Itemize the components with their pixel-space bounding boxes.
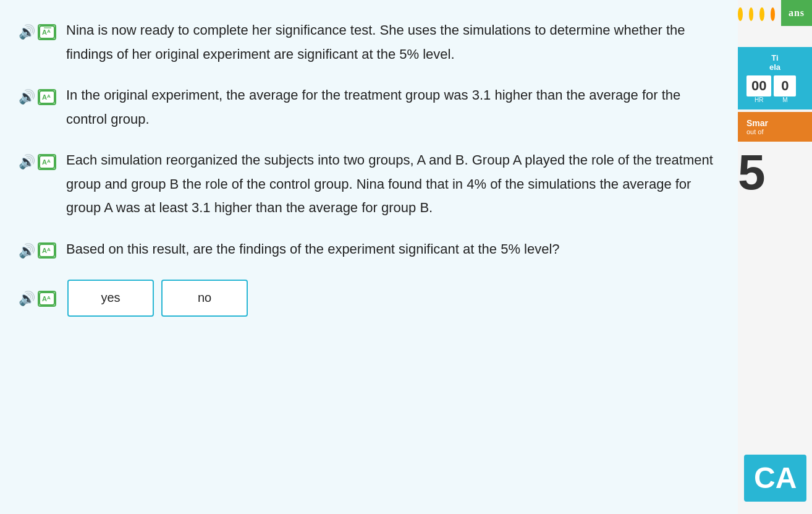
timer-hours: 00	[746, 75, 771, 96]
svg-text:A: A	[42, 247, 47, 254]
para1-translate-icon[interactable]: A A	[38, 24, 56, 40]
para3-icons: 🔊 A A	[19, 150, 56, 173]
timer-min-label: M	[782, 96, 787, 103]
para4-text: Based on this result, are the findings o…	[66, 238, 560, 262]
paragraph-2: 🔊 A A In the original experiment, the av…	[19, 84, 713, 131]
smart-score-title: Smar	[746, 118, 803, 128]
paragraph-1-line: 🔊 A A Nina is now ready to complete her …	[19, 19, 713, 66]
main-content: 🔊 A A Nina is now ready to complete her …	[0, 0, 738, 514]
para3-text: Each simulation reorganized the subjects…	[66, 148, 713, 220]
dot-1	[738, 7, 743, 21]
answer-choices-row: 🔊 A A yes no	[19, 280, 713, 317]
para4-audio-icon[interactable]: 🔊	[19, 239, 35, 262]
para4-icons: 🔊 A A	[19, 239, 56, 262]
svg-text:A: A	[47, 158, 51, 164]
para3-audio-icon[interactable]: 🔊	[19, 150, 35, 173]
timer-minutes-group: 0 M	[774, 75, 796, 103]
svg-text:A: A	[47, 28, 51, 34]
svg-text:A: A	[42, 93, 47, 101]
timer-hr-label: HR	[755, 96, 763, 103]
dot-4	[771, 7, 776, 21]
timer-display: 00 HR 0 M	[746, 75, 803, 103]
paragraph-2-line: 🔊 A A In the original experiment, the av…	[19, 84, 713, 131]
smart-score-sub: out of	[746, 128, 803, 135]
answer-translate-icon[interactable]: A A	[38, 291, 56, 307]
dot-2	[749, 7, 754, 21]
answer-audio-icon[interactable]: 🔊	[19, 291, 35, 307]
dot-3	[759, 7, 764, 21]
no-button[interactable]: no	[161, 280, 248, 317]
para2-audio-icon[interactable]: 🔊	[19, 85, 35, 108]
para2-text: In the original experiment, the average …	[66, 84, 713, 131]
svg-text:A: A	[42, 28, 47, 36]
big-number: 5	[738, 148, 772, 197]
svg-text:A: A	[47, 93, 51, 99]
timer-section: Ti ela 00 HR 0 M	[738, 47, 812, 109]
paragraph-1: 🔊 A A Nina is now ready to complete her …	[19, 19, 713, 66]
para4-translate-icon[interactable]: A A	[38, 242, 56, 259]
paragraph-4: 🔊 A A Based on this result, are the find…	[19, 238, 713, 262]
svg-text:A: A	[42, 295, 47, 302]
ca-badge: CA	[744, 455, 806, 502]
svg-text:A: A	[47, 247, 51, 252]
right-sidebar: ans Ti ela 00 HR 0 M Smar out of 5 CA	[738, 0, 812, 514]
para1-text: Nina is now ready to complete her signif…	[66, 19, 713, 66]
answer-tab[interactable]: ans	[781, 0, 812, 26]
svg-text:A: A	[47, 295, 51, 301]
para3-translate-icon[interactable]: A A	[38, 154, 56, 170]
paragraph-3: 🔊 A A Each simulation reorganized the su…	[19, 148, 713, 220]
paragraph-3-line: 🔊 A A Each simulation reorganized the su…	[19, 148, 713, 220]
yes-button[interactable]: yes	[67, 280, 154, 317]
timer-minutes: 0	[774, 75, 796, 96]
answer-icons: 🔊 A A	[19, 291, 56, 307]
para2-translate-icon[interactable]: A A	[38, 89, 56, 105]
para1-audio-icon[interactable]: 🔊	[19, 20, 35, 43]
timer-hours-group: 00 HR	[746, 75, 771, 103]
timer-label: Ti ela	[746, 53, 803, 72]
smart-score-section: Smar out of	[738, 112, 812, 142]
para2-icons: 🔊 A A	[19, 85, 56, 108]
paragraph-4-line: 🔊 A A Based on this result, are the find…	[19, 238, 713, 262]
para1-icons: 🔊 A A	[19, 20, 56, 43]
svg-text:A: A	[42, 158, 47, 166]
